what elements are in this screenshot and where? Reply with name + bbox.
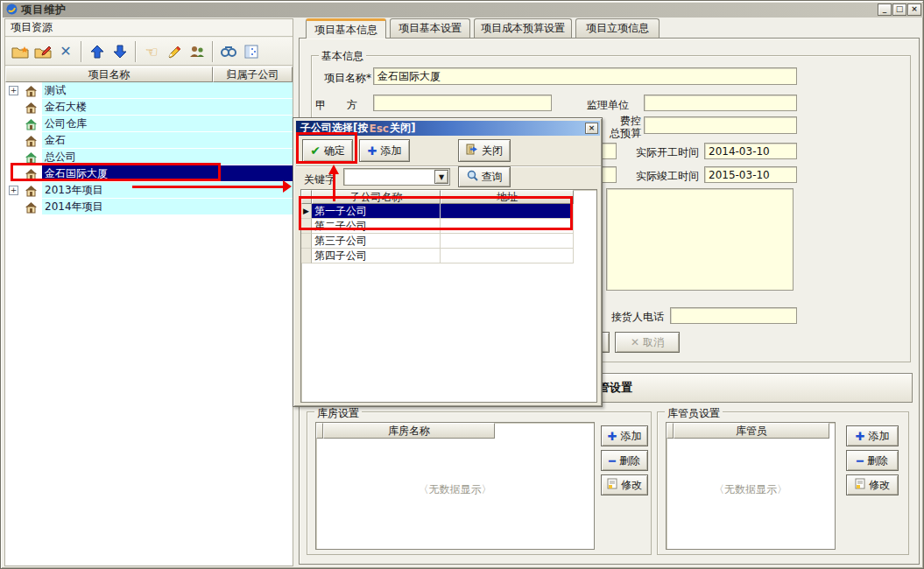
storeroom-empty-text: 〈无数据显示〉 bbox=[316, 482, 594, 497]
party-a-input[interactable] bbox=[373, 95, 552, 111]
minus-icon: ━ bbox=[857, 454, 864, 467]
delete-x-icon[interactable]: ✕ bbox=[54, 40, 77, 63]
pencil-icon[interactable] bbox=[163, 40, 186, 63]
tree-item-label[interactable]: 金石大楼 bbox=[42, 99, 293, 116]
magnifier-icon bbox=[467, 170, 478, 184]
panel-caption-bar: 项目资源 bbox=[5, 19, 293, 37]
storeroom-column-header[interactable]: 库房名称 bbox=[323, 423, 495, 439]
subsidiary-name-cell[interactable]: 第四子公司 bbox=[312, 249, 441, 263]
column-header-subsidiary[interactable]: 归属子公司 bbox=[213, 67, 293, 82]
column-header-name[interactable]: 项目名称 bbox=[5, 67, 213, 82]
window-title: 项目维护 bbox=[21, 3, 67, 18]
subsidiary-address-cell[interactable] bbox=[441, 234, 574, 249]
plus-icon: ✚ bbox=[856, 430, 865, 443]
cancel-button[interactable]: ✕ 取消 bbox=[615, 332, 680, 353]
tree-column-headers: 项目名称 归属子公司 bbox=[5, 67, 293, 82]
storekeeper-column-header[interactable]: 库管员 bbox=[674, 423, 829, 439]
storekeeper-delete-button[interactable]: ━删除 bbox=[846, 450, 899, 471]
receiver-phone-input[interactable] bbox=[670, 307, 797, 324]
row-indicator bbox=[301, 234, 312, 249]
subsidiary-name-cell[interactable]: 第三子公司 bbox=[312, 234, 441, 249]
house-icon bbox=[25, 200, 38, 217]
tree-item-label[interactable]: 公司仓库 bbox=[42, 116, 293, 132]
row-indicator-header bbox=[316, 423, 323, 439]
annotation-arrowhead-right bbox=[283, 180, 292, 193]
binoculars-icon[interactable] bbox=[217, 40, 240, 63]
row-indicator-header bbox=[667, 423, 674, 439]
annotation-arrow-line bbox=[132, 186, 285, 188]
tab-project-basic-settings[interactable]: 项目基本设置 bbox=[390, 18, 470, 38]
expander-plus-icon[interactable]: + bbox=[9, 186, 18, 195]
subsidiary-row[interactable]: 第四子公司 bbox=[301, 249, 596, 263]
report-grid-icon[interactable] bbox=[240, 40, 263, 63]
storeroom-modify-button[interactable]: 修改 bbox=[601, 474, 648, 495]
tree-item[interactable]: + 测试 bbox=[5, 82, 293, 99]
dialog-close-icon[interactable]: × bbox=[585, 123, 598, 134]
annotation-arrow-line-vertical bbox=[333, 174, 335, 201]
maximize-button[interactable]: □ bbox=[892, 4, 906, 16]
panel-caption: 项目资源 bbox=[11, 20, 53, 35]
supervisor-input[interactable] bbox=[644, 95, 797, 111]
storekeeper-empty-text: 〈无数据显示〉 bbox=[667, 482, 835, 497]
project-name-input[interactable] bbox=[373, 67, 797, 85]
dialog-close-button[interactable]: 关闭 bbox=[458, 139, 511, 162]
move-up-icon[interactable] bbox=[86, 40, 109, 63]
hand-select-icon[interactable]: ☜ bbox=[140, 40, 163, 63]
storekeeper-add-button[interactable]: ✚添加 bbox=[846, 425, 899, 446]
tree-item[interactable]: + 金石大楼 bbox=[5, 99, 293, 116]
party-a-label: 甲 方 bbox=[315, 98, 357, 113]
tree-item[interactable]: + 公司仓库 bbox=[5, 116, 293, 132]
actual-end-label: 实际竣工时间 bbox=[636, 169, 699, 184]
storeroom-add-button[interactable]: ✚添加 bbox=[601, 425, 648, 446]
door-exit-icon bbox=[466, 144, 478, 158]
new-folder-icon[interactable] bbox=[9, 40, 32, 63]
storeroom-legend: 库房设置 bbox=[314, 406, 362, 421]
project-resource-panel: 项目资源 ✕ ☜ bbox=[4, 18, 293, 566]
annotation-rect-tree bbox=[11, 163, 221, 181]
storeroom-groupbox: 库房设置 库房名称 〈无数据显示〉 ✚添加 ━删除 修改 bbox=[307, 411, 652, 555]
row-indicator bbox=[301, 249, 312, 263]
supervisor-label: 监理单位 bbox=[587, 98, 629, 113]
tree-item-label[interactable]: 2013年项目 bbox=[42, 182, 293, 199]
storekeeper-legend: 库管员设置 bbox=[665, 406, 723, 421]
keyword-combobox[interactable]: ▼ bbox=[343, 168, 450, 186]
move-down-icon[interactable] bbox=[109, 40, 131, 63]
subsidiary-row[interactable]: 第三子公司 bbox=[301, 234, 596, 249]
app-window: 项目维护 _ □ × 项目资源 ✕ ☜ bbox=[0, 0, 924, 569]
annotation-arrowhead-up bbox=[328, 165, 339, 174]
minus-icon: ━ bbox=[609, 454, 616, 467]
subsidiary-select-dialog: 子公司选择[按Esc关闭] × ✔ 确定 ✚ 添加 关闭 关键字 ▼ 查询 bbox=[293, 117, 603, 407]
tree-item[interactable]: + 2014年项目 bbox=[5, 199, 293, 215]
tree-toolbar: ✕ ☜ bbox=[5, 38, 293, 66]
remark-textarea[interactable] bbox=[606, 188, 794, 291]
dialog-query-button[interactable]: 查询 bbox=[458, 166, 511, 187]
storekeeper-modify-button[interactable]: 修改 bbox=[846, 474, 899, 495]
tab-project-approval-info[interactable]: 项目立项信息 bbox=[575, 18, 659, 38]
tree-item-label[interactable]: 金石 bbox=[42, 132, 293, 149]
tree-item-label[interactable]: 2014年项目 bbox=[42, 199, 293, 215]
budget-input[interactable] bbox=[644, 116, 797, 134]
storeroom-delete-button[interactable]: ━删除 bbox=[601, 450, 648, 471]
edit-folder-icon[interactable] bbox=[32, 40, 54, 63]
chevron-down-icon[interactable]: ▼ bbox=[434, 170, 448, 184]
tree-item-label[interactable]: 测试 bbox=[42, 82, 293, 99]
receiver-phone-label: 接货人电话 bbox=[611, 310, 664, 325]
tree-item[interactable]: + 2013年项目 bbox=[5, 182, 293, 199]
minimize-button[interactable]: _ bbox=[878, 4, 892, 16]
dialog-add-button[interactable]: ✚ 添加 bbox=[359, 139, 410, 162]
subsidiary-address-cell[interactable] bbox=[441, 249, 574, 263]
close-button[interactable]: × bbox=[907, 4, 921, 16]
app-logo-icon bbox=[6, 2, 18, 18]
title-bar: 项目维护 bbox=[3, 3, 923, 18]
tab-project-basic-info[interactable]: 项目基本信息 bbox=[306, 18, 386, 39]
actual-start-input[interactable] bbox=[704, 143, 797, 159]
actual-end-input[interactable] bbox=[704, 166, 797, 183]
expander-plus-icon[interactable]: + bbox=[9, 86, 18, 95]
project-tree: + 测试 + 金石大楼 + 公司仓库 + 金石 bbox=[5, 82, 293, 565]
users-icon[interactable] bbox=[186, 40, 208, 63]
tree-item[interactable]: + 金石 bbox=[5, 132, 293, 149]
tab-bar: 项目基本信息 项目基本设置 项目成本预算设置 项目立项信息 bbox=[306, 18, 659, 39]
toolbar-separator bbox=[81, 41, 82, 62]
storekeeper-groupbox: 库管员设置 库管员 〈无数据显示〉 ✚添加 ━删除 修改 bbox=[657, 411, 909, 555]
tab-cost-budget-settings[interactable]: 项目成本预算设置 bbox=[474, 18, 572, 38]
